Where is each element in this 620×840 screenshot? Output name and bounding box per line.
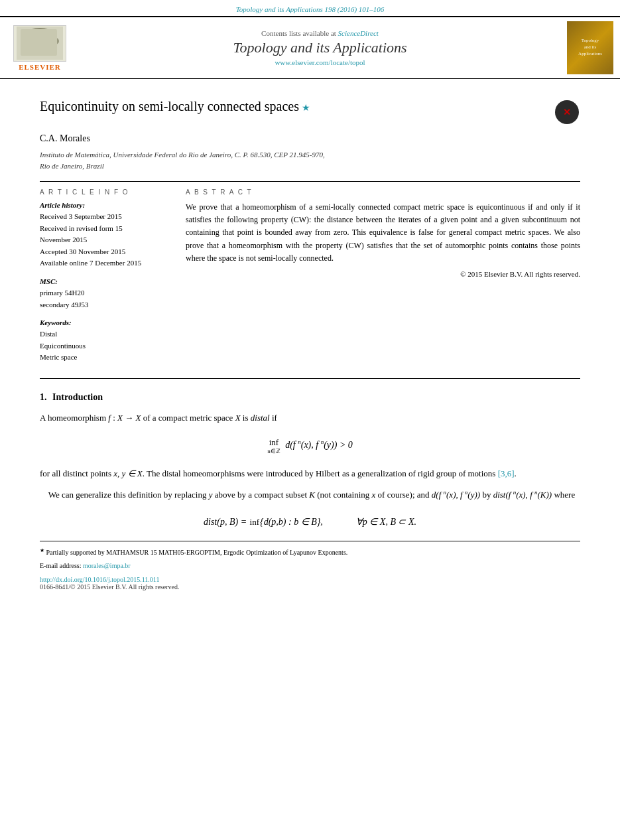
math-X2: X [135,413,141,423]
msc-secondary: secondary 49J53 [40,299,172,311]
math-xy: x, y ∈ X [113,468,143,478]
svg-point-1 [28,28,52,38]
svg-rect-0 [17,27,63,60]
email-link[interactable]: morales@impa.br [83,562,131,569]
history-label: Article history: [40,201,172,209]
msc-primary: primary 54H20 [40,287,172,299]
math-X1: X [117,413,123,423]
divider-1 [40,181,580,182]
elsevier-wordmark: ELSEVIER [19,63,61,71]
math-f: f [108,413,111,423]
math-K: K [309,490,315,500]
abstract-text: We prove that a homeomorphism of a semi-… [186,201,580,265]
issn-line: 0166-8641/© 2015 Elsevier B.V. All right… [40,583,580,591]
abstract-column: A B S T R A C T We prove that a homeomor… [186,188,580,372]
keyword-equicontinuous: Equicontinuous [40,340,172,352]
svg-point-3 [21,36,36,46]
article-title-row: Equicontinuity on semi-locally connected… [40,99,580,125]
article-info-header: A R T I C L E I N F O [40,188,172,196]
article-history-section: Article history: Received 3 September 20… [40,201,172,269]
footnote-email-line: E-mail address: morales@impa.br [40,561,580,571]
section-number: 1. [40,392,47,402]
email-label: E-mail address: [40,562,81,569]
journal-header: ELSEVIER Contents lists available at Sci… [0,16,620,79]
journal-header-center: Contents lists available at ScienceDirec… [80,29,560,66]
math-display-1: inf n∈ℤ d(f n(x), f n(y)) > 0 [40,437,580,455]
math-dfn-expr: d(f n(x), f n(y)) [432,490,480,500]
journal-citation: Topology and its Applications 198 (2016)… [236,5,385,13]
svg-rect-2 [38,33,42,46]
star-footnote-icon: ★ [302,103,310,113]
intro-para-1: A homeomorphism f : X → X of a compact m… [40,411,580,425]
page: Topology and its Applications 198 (2016)… [0,0,620,840]
crossmark-logo[interactable] [554,99,580,125]
article-info-abstract: A R T I C L E I N F O Article history: R… [40,188,580,372]
journal-thumbnail: Topologyand itsApplications [567,21,613,74]
keyword-metric-space: Metric space [40,352,172,364]
intro-para-2: for all distinct points x, y ∈ X. The di… [40,466,580,481]
inf-word: inf [269,437,279,448]
elsevier-logo-area: ELSEVIER [7,25,73,71]
svg-rect-6 [50,43,53,53]
main-content: Equicontinuity on semi-locally connected… [0,79,620,604]
svg-rect-5 [27,43,29,53]
article-title-text: Equicontinuity on semi-locally connected… [40,99,554,114]
footnote-area: ★ Partially supported by MATHAMSUR 15 MA… [40,541,580,590]
article-info-column: A R T I C L E I N F O Article history: R… [40,188,172,372]
math-display-2: dist(p, B) = inf {d(p,b) : b ∈ B}, ∀p ∈ … [40,516,580,528]
journal-url[interactable]: www.elsevier.com/locate/topol [80,58,560,66]
footnote-star-note: ★ Partially supported by MATHAMSUR 15 MA… [40,547,580,557]
section-title-text: Introduction [52,392,103,402]
keywords-section: Keywords: Distal Equicontinuous Metric s… [40,318,172,364]
contents-available-line: Contents lists available at ScienceDirec… [80,29,560,37]
doi-line[interactable]: http://dx.doi.org/10.1016/j.topol.2015.1… [40,576,580,583]
intro-para-3: We can generalize this definition by rep… [40,488,580,502]
math-d-expr: d(f n(x), f n(y)) > 0 [285,440,353,450]
math-X3: X [235,413,241,423]
keywords-label: Keywords: [40,318,172,326]
ref-3-6[interactable]: [3,6] [498,468,515,478]
journal-thumb-text: Topologyand itsApplications [578,38,602,57]
journal-title: Topology and its Applications [80,39,560,56]
keyword-distal: Distal [40,328,172,340]
copyright-text: © 2015 Elsevier B.V. All rights reserved… [186,270,580,278]
history-lines: Received 3 September 2015 Received in re… [40,211,172,269]
sciencedirect-link[interactable]: ScienceDirect [338,29,379,37]
dist-formula-left: dist(p, B) = inf {d(p,b) : b ∈ B}, [204,516,323,528]
elsevier-logo-image [13,25,66,62]
msc-label: MSC: [40,277,172,285]
section-1-title: 1. Introduction [40,392,580,403]
inf-subscript: n∈ℤ [267,448,280,455]
math-y: y [209,490,213,500]
affiliation: Instituto de Matemática, Universidade Fe… [40,149,580,171]
footnote-star-symbol: ★ [40,547,44,553]
msc-section: MSC: primary 54H20 secondary 49J53 [40,277,172,311]
svg-point-4 [43,36,59,46]
abstract-header: A B S T R A C T [186,188,580,196]
author-name: C.A. Morales [40,133,580,144]
distal-term: distal [251,413,270,423]
math-dist-expr: dist(f n(x), f n(K)) [493,490,552,500]
dist-formula-right: ∀p ∈ X, B ⊂ X. [356,516,416,527]
top-journal-ref: Topology and its Applications 198 (2016)… [0,0,620,16]
crossmark-icon [555,100,579,124]
divider-2 [40,378,580,379]
math-x: x [372,490,376,500]
